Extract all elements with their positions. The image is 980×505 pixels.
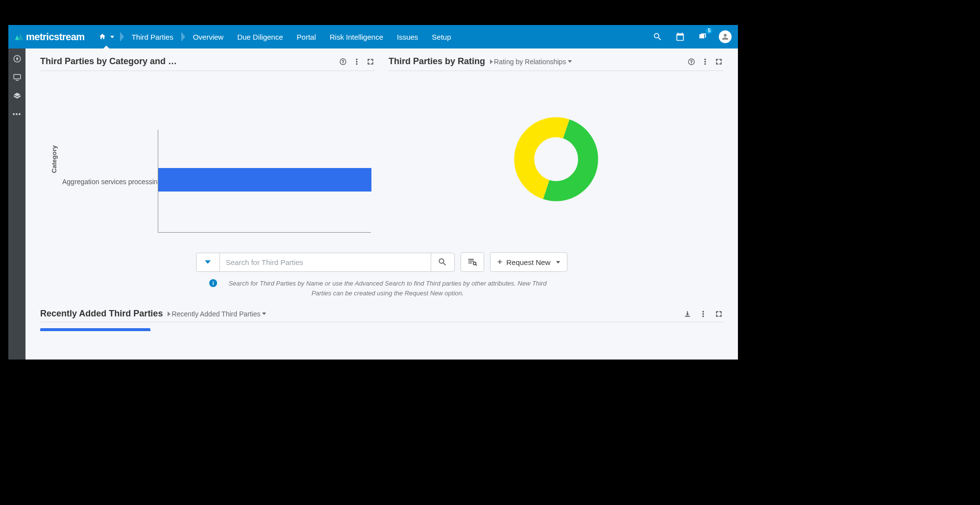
expand-icon [367, 58, 374, 66]
recent-header: Recently Added Third Parties Recently Ad… [40, 309, 723, 322]
notification-badge: 5 [706, 28, 712, 34]
nav-item-portal[interactable]: Portal [290, 25, 323, 48]
stack-icon [698, 32, 708, 42]
top-nav: metricstream Third Parties Overview Due … [8, 25, 738, 48]
monitor-icon[interactable] [13, 73, 22, 82]
brand-mark-icon [14, 32, 24, 42]
search-type-dropdown[interactable] [196, 253, 220, 271]
menu-button[interactable] [701, 57, 710, 66]
plot-area [158, 130, 371, 233]
nav-label: Risk Intelligence [330, 33, 383, 41]
help-button[interactable]: ? [687, 57, 696, 66]
widget-rating: Third Parties by Rating Rating by Relati… [389, 55, 723, 247]
nav-label: Due Diligence [237, 33, 283, 41]
nav-item-third-parties[interactable]: Third Parties [125, 25, 180, 48]
search-submit-button[interactable] [431, 253, 454, 271]
request-new-button[interactable]: + Request New [490, 252, 568, 272]
donut-chart [389, 71, 723, 247]
plus-icon: + [497, 257, 503, 267]
dropdown-label: Rating by Relationships [494, 58, 566, 66]
search-hint: i Search for Third Parties by Name or us… [40, 279, 723, 298]
menu-button[interactable] [352, 57, 361, 66]
home-icon [98, 33, 106, 41]
nav-item-risk-intelligence[interactable]: Risk Intelligence [323, 25, 390, 48]
main-content: Third Parties by Category and Critical..… [25, 48, 738, 360]
expand-icon [715, 310, 723, 318]
nav-right: 5 [651, 30, 732, 44]
menu-button[interactable] [699, 310, 708, 318]
help-icon: ? [687, 58, 695, 66]
nav-label: Overview [193, 33, 224, 41]
search-group [196, 253, 455, 272]
svg-point-5 [356, 61, 358, 62]
nav-separator-icon [120, 32, 124, 42]
chevron-right-icon [168, 312, 171, 316]
chevron-down-icon [110, 36, 114, 38]
calendar-button[interactable] [673, 30, 687, 44]
chevron-down-icon [205, 259, 211, 265]
brand-logo[interactable]: metricstream [14, 31, 85, 43]
svg-rect-1 [14, 74, 21, 79]
recent-dropdown[interactable]: Recently Added Third Parties [168, 310, 266, 318]
profile-button[interactable] [718, 30, 732, 44]
svg-point-14 [473, 262, 476, 265]
svg-point-16 [703, 313, 704, 314]
nav-item-setup[interactable]: Setup [425, 25, 458, 48]
expand-button[interactable] [714, 310, 723, 318]
svg-point-10 [705, 61, 706, 62]
search-icon [438, 257, 447, 267]
y-axis-label: Category [50, 145, 58, 173]
expand-icon [715, 58, 723, 66]
donut-svg[interactable] [514, 117, 598, 201]
kebab-icon [699, 310, 707, 318]
compass-icon[interactable] [13, 54, 22, 63]
left-rail: ••• [8, 48, 25, 360]
recently-added-section: Recently Added Third Parties Recently Ad… [40, 309, 723, 331]
user-icon [721, 32, 730, 41]
layers-icon[interactable] [13, 92, 22, 100]
expand-button[interactable] [714, 57, 723, 66]
avatar [719, 30, 732, 43]
chevron-down-icon [556, 261, 560, 264]
calendar-icon [675, 32, 685, 42]
search-bar: + Request New [40, 252, 723, 272]
search-icon [653, 32, 662, 42]
widget-title: Third Parties by Rating [389, 56, 485, 67]
nav-label: Issues [397, 33, 418, 41]
card-top-bar[interactable] [40, 328, 150, 331]
svg-point-9 [705, 59, 706, 60]
expand-button[interactable] [366, 57, 375, 66]
search-input[interactable] [220, 253, 431, 271]
widget-dropdown[interactable]: Rating by Relationships [490, 58, 572, 66]
widget-header: Third Parties by Category and Critical..… [40, 55, 375, 71]
nav-label: Setup [432, 33, 451, 41]
request-new-label: Request New [506, 258, 550, 266]
widget-title: Third Parties by Category and Critical..… [40, 56, 182, 67]
svg-point-17 [703, 315, 704, 317]
nav-item-due-diligence[interactable]: Due Diligence [230, 25, 290, 48]
nav-label: Third Parties [132, 33, 173, 41]
nav-separator-icon [181, 32, 185, 42]
export-icon [684, 310, 691, 318]
nav-item-issues[interactable]: Issues [390, 25, 425, 48]
notifications-button[interactable]: 5 [696, 30, 710, 44]
chevron-down-icon [262, 313, 266, 315]
brand-name: metricstream [26, 31, 85, 43]
help-button[interactable]: ? [339, 57, 347, 66]
more-icon[interactable]: ••• [13, 110, 22, 118]
search-button[interactable] [651, 30, 664, 44]
home-button[interactable] [94, 25, 119, 48]
svg-point-15 [703, 311, 704, 313]
advanced-search-button[interactable] [461, 252, 484, 272]
nav-items: Third Parties Overview Due Diligence Por… [125, 25, 458, 48]
category-label: Aggregation services processing [62, 178, 161, 186]
svg-text:?: ? [342, 59, 344, 64]
bar-segment[interactable] [158, 168, 371, 192]
chevron-right-icon [490, 59, 493, 64]
info-icon: i [209, 279, 217, 287]
list-search-icon [467, 257, 478, 267]
svg-point-4 [356, 59, 358, 60]
kebab-icon [353, 58, 361, 66]
export-button[interactable] [683, 310, 692, 318]
nav-item-overview[interactable]: Overview [186, 25, 231, 48]
